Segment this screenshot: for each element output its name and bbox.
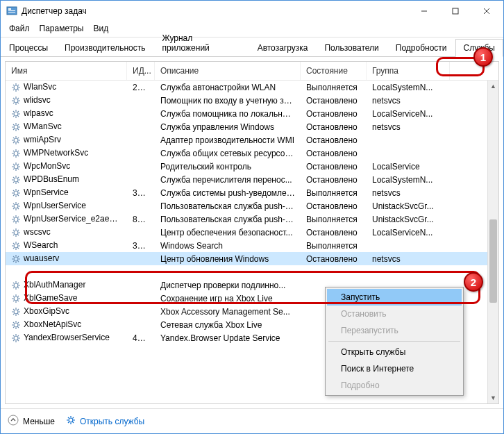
scroll-down-icon[interactable]: ▼: [488, 392, 498, 403]
cell-state: Остановлено: [301, 175, 367, 185]
menu-details: Подробно: [327, 377, 462, 394]
tab-startup[interactable]: Автозагрузка: [249, 39, 317, 56]
tab-details[interactable]: Подробности: [387, 39, 455, 56]
tab-processes[interactable]: Процессы: [1, 39, 56, 56]
col-desc[interactable]: Описание: [155, 62, 301, 80]
table-row[interactable]: wuauservЦентр обновления WindowsОстановл…: [6, 252, 498, 265]
svg-line-121: [13, 243, 14, 244]
svg-line-85: [13, 190, 14, 191]
svg-line-32: [18, 116, 19, 117]
service-name-label: WMPNetworkSvc: [24, 148, 88, 158]
svg-line-178: [13, 340, 14, 341]
cell-name: WMPNetworkSvc: [6, 148, 127, 158]
scroll-up-icon[interactable]: ▲: [488, 81, 498, 92]
table-row[interactable]: WpcMonSvcРодительский контрольОстановлен…: [6, 160, 498, 173]
cell-state: Остановлено: [301, 96, 367, 106]
close-button[interactable]: [471, 1, 502, 21]
table-row[interactable]: WpnUserService_e2aed618780Пользовательск…: [6, 212, 498, 226]
svg-line-186: [73, 422, 74, 423]
fewer-details-button[interactable]: Меньше: [8, 415, 55, 428]
menu-start[interactable]: Запустить: [327, 289, 462, 306]
cell-group: LocalSystemN...: [367, 175, 450, 185]
cell-desc: Служба общих сетевых ресурсов ...: [155, 149, 301, 158]
svg-line-112: [13, 230, 14, 231]
svg-line-176: [18, 340, 19, 341]
svg-point-170: [14, 336, 18, 340]
maximize-button[interactable]: [439, 1, 471, 21]
col-name[interactable]: Имя: [6, 62, 127, 80]
service-icon: [11, 96, 21, 106]
cell-desc: Служба управления Windows: [155, 122, 301, 132]
service-icon: [11, 294, 21, 303]
svg-line-97: [13, 208, 14, 209]
cell-name: YandexBrowserService: [6, 333, 127, 343]
svg-line-151: [13, 301, 14, 301]
menu-search-online[interactable]: Поиск в Интернете: [327, 360, 462, 377]
svg-line-58: [13, 151, 14, 151]
menu-file[interactable]: Файл: [5, 22, 34, 35]
cell-state: Остановлено: [301, 162, 367, 172]
svg-line-141: [18, 283, 19, 283]
svg-line-43: [13, 129, 14, 130]
svg-line-188: [68, 422, 69, 423]
cell-state: Остановлено: [301, 149, 367, 158]
svg-line-159: [18, 309, 19, 310]
table-row[interactable]: WlanSvc2904Служба автонастройки WLANВыпо…: [6, 81, 498, 94]
table-row[interactable]: [6, 265, 498, 278]
svg-line-187: [73, 417, 74, 418]
minimize-button[interactable]: [408, 1, 439, 21]
service-name-label: wlidsvc: [24, 95, 51, 105]
service-icon: [11, 320, 21, 330]
table-row[interactable]: wmiApSrvАдаптер производительности WMIОс…: [6, 133, 498, 147]
svg-point-71: [14, 178, 18, 182]
cell-name: XblAuthManager: [6, 280, 127, 290]
cell-pid: 8780: [127, 215, 155, 224]
table-row[interactable]: WManSvcСлужба управления WindowsОстановл…: [6, 120, 498, 133]
col-group[interactable]: Группа: [367, 62, 450, 80]
tab-apphistory[interactable]: Журнал приложений: [154, 29, 249, 56]
table-row[interactable]: wlpasvcСлужба помощника по локальны...Ос…: [6, 107, 498, 120]
svg-point-8: [14, 85, 18, 90]
cell-group: netsvcs: [367, 188, 450, 198]
cell-pid: 3928: [127, 241, 155, 251]
tabs: Процессы Производительность Журнал прило…: [1, 37, 503, 57]
cell-desc: Windows Search: [155, 241, 301, 251]
table-row[interactable]: WPDBusEnumСлужба перечислителя перенос..…: [6, 173, 498, 186]
service-icon: [11, 175, 21, 185]
menu-view[interactable]: Вид: [89, 22, 112, 35]
menu-open-services[interactable]: Открыть службы: [327, 344, 462, 360]
open-services-label: Открыть службы: [80, 417, 144, 426]
svg-line-104: [18, 222, 19, 222]
table-row[interactable]: wlidsvcПомощник по входу в учетную за...…: [6, 94, 498, 107]
cell-pid: 4772: [127, 333, 155, 343]
svg-point-35: [14, 125, 18, 129]
table-row[interactable]: WpnService3256Служба системы push-уведом…: [6, 186, 498, 199]
table-row[interactable]: WSearch3928Windows SearchВыполняется: [6, 239, 498, 252]
svg-line-25: [13, 103, 14, 103]
menu-options[interactable]: Параметры: [35, 22, 88, 35]
tab-performance[interactable]: Производительность: [56, 39, 153, 56]
cell-name: WSearch: [6, 240, 127, 251]
table-row[interactable]: WpnUserServiceПользовательская служба pu…: [6, 199, 498, 212]
table-row[interactable]: WMPNetworkSvcСлужба общих сетевых ресурс…: [6, 147, 498, 160]
svg-line-114: [18, 230, 19, 231]
service-name-label: wuauserv: [24, 253, 59, 263]
svg-line-157: [13, 309, 14, 310]
svg-line-49: [13, 137, 14, 138]
table-row[interactable]: wscsvcЦентр обеспечения безопасност...Ос…: [6, 226, 498, 239]
service-name-label: WpcMonSvc: [24, 161, 70, 171]
footer: Меньше Открыть службы: [1, 408, 503, 433]
badge-2: 2: [464, 272, 483, 292]
scroll-thumb[interactable]: [489, 219, 497, 303]
open-services-button[interactable]: Открыть службы: [66, 415, 144, 427]
service-name-label: wlpasvc: [24, 108, 53, 118]
cell-name: wmiApSrv: [6, 135, 127, 145]
col-state[interactable]: Состояние: [301, 62, 367, 80]
tab-users[interactable]: Пользователи: [316, 39, 387, 56]
cell-name: wuauserv: [6, 253, 127, 264]
cell-name: WPDBusEnum: [6, 174, 127, 185]
scrollbar[interactable]: ▲ ▼: [487, 81, 498, 403]
svg-line-166: [13, 322, 14, 323]
col-pid[interactable]: ИД...: [127, 62, 155, 80]
svg-line-31: [13, 111, 14, 112]
